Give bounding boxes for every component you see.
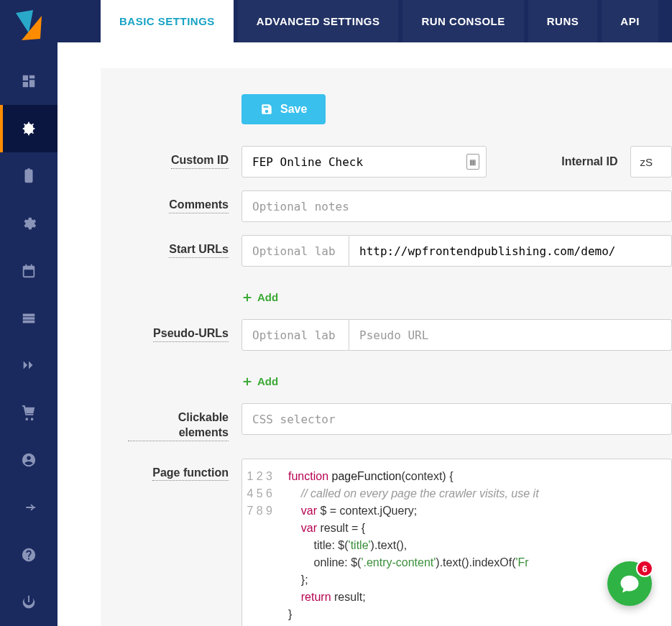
- logo: [11, 9, 46, 43]
- sidebar-item-power[interactable]: [0, 579, 57, 626]
- internal-id-value: zS: [630, 146, 672, 178]
- dashboard-icon: [21, 73, 37, 89]
- sidebar-item-storage[interactable]: [0, 295, 57, 342]
- start-url-label-input[interactable]: [241, 235, 349, 267]
- chat-badge: 6: [636, 560, 653, 577]
- account-icon: [21, 452, 37, 468]
- custom-id-input[interactable]: [241, 146, 487, 178]
- sidebar-item-settings[interactable]: [0, 200, 57, 247]
- power-icon: [21, 594, 37, 610]
- label-page-function: Page function: [152, 466, 229, 482]
- sidebar-item-tasks[interactable]: [0, 152, 57, 200]
- plus-icon: [241, 376, 253, 387]
- sidebar-item-account[interactable]: [0, 436, 57, 484]
- calendar-icon: [21, 263, 37, 279]
- tab-label: RUNS: [547, 15, 579, 27]
- add-label: Add: [257, 291, 278, 303]
- tab-label: API: [620, 15, 640, 27]
- sidebar-item-schedules[interactable]: [0, 247, 57, 295]
- chat-icon: [619, 573, 640, 594]
- add-start-url-button[interactable]: Add: [241, 291, 278, 303]
- start-url-input[interactable]: [349, 235, 672, 267]
- sidebar-item-crawlers[interactable]: [0, 105, 57, 152]
- tab-api[interactable]: API: [602, 0, 658, 42]
- forward-icon: [21, 357, 37, 373]
- pseudo-url-input[interactable]: [349, 319, 672, 351]
- tab-label: BASIC SETTINGS: [119, 15, 215, 27]
- label-comments: Comments: [169, 198, 229, 213]
- comments-input[interactable]: [241, 190, 672, 222]
- clipboard-icon: [21, 168, 37, 184]
- clickable-elements-input[interactable]: [241, 403, 672, 435]
- plus-icon: [241, 292, 253, 303]
- tab-label: RUN CONSOLE: [421, 15, 505, 27]
- label-custom-id: Custom ID: [171, 153, 229, 169]
- sidebar-item-logout[interactable]: [0, 484, 57, 531]
- editor-code[interactable]: function pageFunction(context) { // call…: [282, 459, 671, 626]
- label-internal-id: Internal ID: [487, 155, 631, 168]
- tab-label: ADVANCED SETTINGS: [257, 15, 380, 27]
- add-label: Add: [257, 375, 278, 387]
- save-button-label: Save: [280, 103, 307, 116]
- storage-icon: [21, 310, 37, 326]
- add-pseudo-url-button[interactable]: Add: [241, 375, 278, 387]
- cart-icon: [21, 405, 37, 420]
- sidebar-item-proxy[interactable]: [0, 342, 57, 390]
- sidebar-item-dashboard[interactable]: [0, 57, 57, 105]
- pseudo-url-label-input[interactable]: [241, 319, 349, 351]
- top-tabs: BASIC SETTINGS ADVANCED SETTINGS RUN CON…: [57, 0, 672, 42]
- save-icon: [260, 103, 273, 116]
- tab-advanced-settings[interactable]: ADVANCED SETTINGS: [238, 0, 399, 42]
- label-start-urls: Start URLs: [169, 242, 229, 258]
- label-pseudo-urls: Pseudo-URLs: [153, 326, 229, 342]
- logout-icon: [21, 500, 37, 515]
- sidebar-item-help[interactable]: [0, 531, 57, 579]
- tab-runs[interactable]: RUNS: [528, 0, 598, 42]
- sidebar-item-store[interactable]: [0, 389, 57, 436]
- gear-icon: [21, 216, 37, 231]
- editor-gutter: 1 2 3 4 5 6 7 8 9: [242, 459, 282, 626]
- tab-basic-settings[interactable]: BASIC SETTINGS: [101, 0, 234, 42]
- page-function-editor[interactable]: 1 2 3 4 5 6 7 8 9 function pageFunction(…: [241, 459, 672, 626]
- input-badge-icon: ▦: [466, 154, 479, 170]
- tab-run-console[interactable]: RUN CONSOLE: [402, 0, 523, 42]
- save-button[interactable]: Save: [241, 94, 326, 124]
- label-clickable-elements: Clickable elements: [128, 410, 229, 441]
- help-icon: [21, 547, 37, 563]
- bug-icon: [21, 121, 37, 137]
- sidebar: [0, 0, 57, 626]
- settings-form: Save Custom ID ▦ Internal ID zS Comments…: [101, 94, 672, 626]
- chat-button[interactable]: 6: [607, 561, 652, 606]
